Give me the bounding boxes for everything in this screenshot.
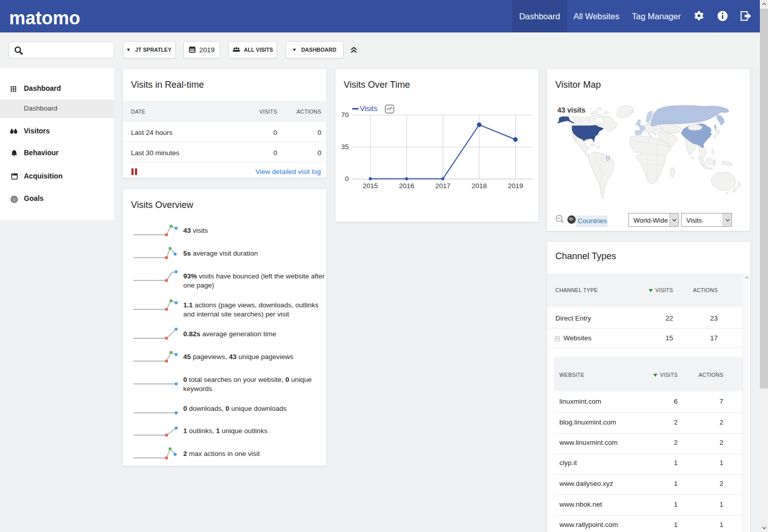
svg-text:2016: 2016 <box>399 182 414 190</box>
svg-text:2018: 2018 <box>472 182 487 190</box>
svg-text:2015: 2015 <box>362 182 378 190</box>
svg-text:2019: 2019 <box>508 182 523 190</box>
svg-text:2017: 2017 <box>435 182 450 190</box>
svg-text:35: 35 <box>341 143 349 151</box>
svg-text:0: 0 <box>345 175 349 183</box>
svg-text:70: 70 <box>341 111 349 119</box>
svg-text:43 visits: 43 visits <box>557 106 585 114</box>
